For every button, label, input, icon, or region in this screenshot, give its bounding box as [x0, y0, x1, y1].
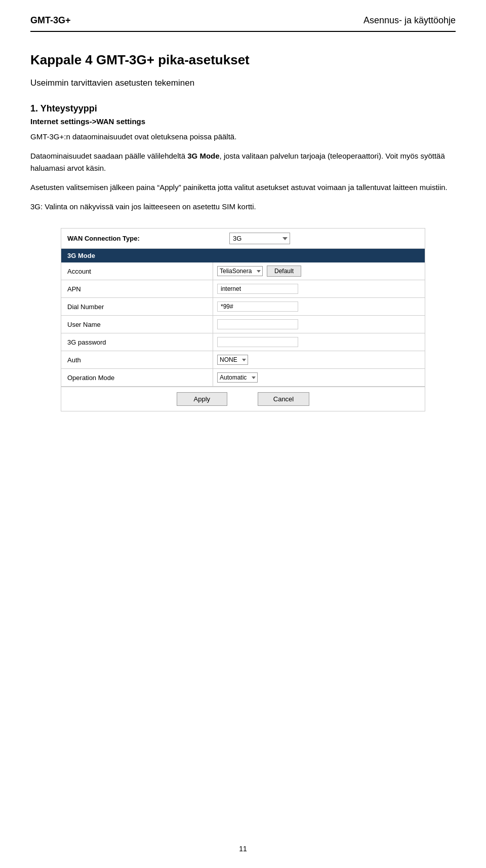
buttons-row: Apply Cancel	[61, 387, 425, 411]
apn-label: APN	[61, 280, 213, 297]
apn-row: APN	[61, 280, 425, 298]
password-input[interactable]	[217, 337, 298, 347]
account-row: Account TeliaSonera Default	[61, 262, 425, 280]
password-label: 3G password	[61, 333, 213, 351]
auth-label: Auth	[61, 351, 213, 368]
apn-input[interactable]	[217, 284, 298, 294]
dial-number-row: Dial Number	[61, 298, 425, 316]
wan-connection-row: WAN Connection Type: 3G	[61, 229, 425, 249]
section-number: 1. Yhteystyyppi	[30, 103, 456, 114]
operation-mode-row: Operation Mode Automatic	[61, 369, 425, 387]
operation-mode-label: Operation Mode	[61, 369, 213, 386]
note: 3G: Valinta on näkyvissä vain jos laitte…	[30, 201, 456, 213]
wan-connection-label: WAN Connection Type:	[67, 235, 169, 242]
header-right: Asennus- ja käyttöohje	[363, 15, 456, 26]
user-name-input[interactable]	[217, 319, 298, 329]
auth-row: Auth NONE	[61, 351, 425, 369]
account-value: TeliaSonera Default	[213, 263, 425, 279]
password-value	[213, 335, 425, 349]
operation-mode-value: Automatic	[213, 370, 425, 385]
header-left: GMT-3G+	[30, 15, 71, 26]
section-subtitle: Internet settings->WAN settings	[30, 117, 456, 126]
account-label: Account	[61, 262, 213, 280]
auth-value: NONE	[213, 353, 425, 367]
dial-number-label: Dial Number	[61, 298, 213, 315]
operation-mode-select[interactable]: Automatic	[217, 372, 258, 383]
mode-header: 3G Mode	[61, 249, 425, 262]
wan-settings-widget: WAN Connection Type: 3G 3G Mode Account …	[61, 228, 425, 411]
para2: Dataominaisuudet saadaan päälle välilehd…	[30, 150, 456, 174]
user-name-label: User Name	[61, 316, 213, 333]
wan-connection-select[interactable]: 3G	[229, 233, 290, 244]
user-name-row: User Name	[61, 316, 425, 333]
chapter-title: Kappale 4 GMT-3G+ pika-asetukset	[30, 52, 456, 68]
apn-value	[213, 282, 425, 296]
auth-select[interactable]: NONE	[217, 355, 248, 365]
para2-prefix: Dataominaisuudet saadaan päälle välilehd…	[30, 152, 187, 160]
account-default-button[interactable]: Default	[267, 266, 301, 277]
para1: GMT-3G+:n dataominaisuudet ovat oletukse…	[30, 131, 456, 143]
para3: Asetusten valitsemisen jälkeen paina “Ap…	[30, 181, 456, 194]
password-row: 3G password	[61, 333, 425, 351]
chapter-subtitle: Useimmin tarvittavien asetusten tekemine…	[30, 78, 456, 88]
page-number: 11	[239, 845, 247, 853]
dial-number-input[interactable]	[217, 301, 298, 312]
dial-number-value	[213, 299, 425, 314]
user-name-value	[213, 317, 425, 331]
cancel-button[interactable]: Cancel	[258, 392, 309, 406]
account-select[interactable]: TeliaSonera	[217, 266, 263, 276]
page-footer: 11	[0, 845, 486, 853]
para2-bold: 3G Mode	[187, 152, 219, 160]
apply-button[interactable]: Apply	[177, 392, 227, 406]
